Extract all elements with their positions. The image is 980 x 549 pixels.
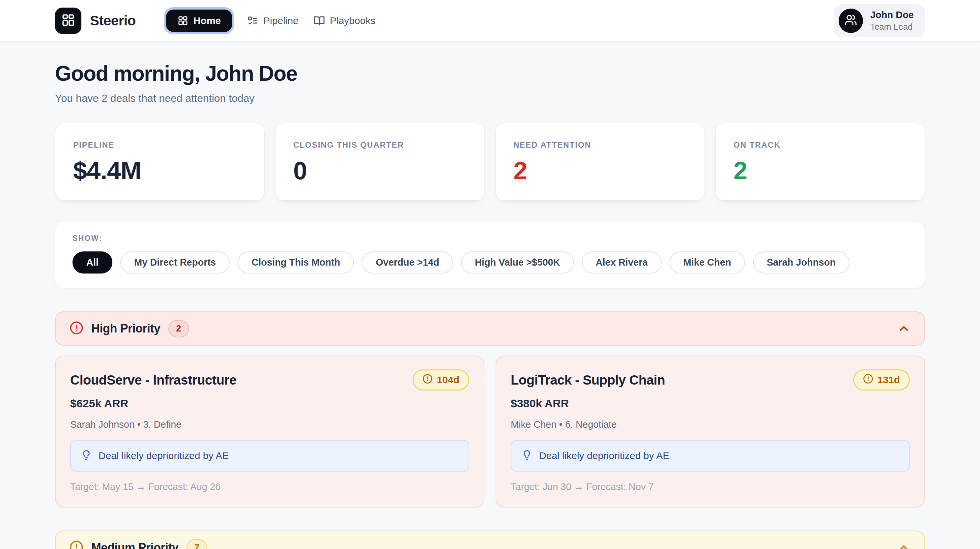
deal-insight: Deal likely deprioritized by AE bbox=[511, 440, 910, 471]
deal-insight: Deal likely deprioritized by AE bbox=[70, 440, 469, 471]
section-count-badge: 2 bbox=[169, 320, 189, 337]
filter-chip-alex-rivera[interactable]: Alex Rivera bbox=[582, 251, 662, 274]
deal-title: CloudServe - Infrastructure bbox=[70, 373, 236, 388]
nav-item-label: Pipeline bbox=[263, 15, 299, 26]
filter-chips: All My Direct Reports Closing This Month… bbox=[73, 251, 907, 274]
deal-age: 104d bbox=[437, 374, 459, 385]
stat-label: PIPELINE bbox=[73, 140, 247, 150]
dashboard-icon bbox=[177, 15, 188, 26]
nav-item-playbooks[interactable]: Playbooks bbox=[314, 15, 375, 26]
stat-label: CLOSING THIS QUARTER bbox=[293, 140, 467, 150]
stat-value: 0 bbox=[293, 158, 467, 183]
nav-item-home[interactable]: Home bbox=[166, 10, 232, 32]
deal-owner-stage: Mike Chen • 6. Negotiate bbox=[511, 419, 910, 430]
section-header-high-priority[interactable]: High Priority 2 bbox=[55, 312, 925, 346]
filter-chip-high-value[interactable]: High Value >$500K bbox=[461, 251, 574, 274]
deal-arr: $625k ARR bbox=[70, 397, 469, 410]
filter-chip-my-direct-reports[interactable]: My Direct Reports bbox=[120, 251, 230, 274]
alert-circle-icon bbox=[70, 540, 83, 549]
user-role: Team Lead bbox=[870, 21, 914, 32]
deal-age: 131d bbox=[878, 374, 900, 385]
users-icon bbox=[845, 14, 857, 28]
page-title: Good morning, John Doe bbox=[55, 61, 925, 86]
deal-age-badge: 131d bbox=[853, 369, 910, 390]
stat-value: $4.4M bbox=[73, 158, 247, 183]
stat-card-on-track: ON TRACK 2 bbox=[715, 123, 925, 201]
stat-card-pipeline: PIPELINE $4.4M bbox=[55, 123, 265, 201]
main-content: Good morning, John Doe You have 2 deals … bbox=[55, 61, 925, 549]
deal-timeline: Target: May 15 → Forecast: Aug 26 bbox=[70, 481, 469, 492]
filter-chip-overdue[interactable]: Overdue >14d bbox=[362, 251, 453, 274]
page-subtitle: You have 2 deals that need attention tod… bbox=[55, 92, 925, 105]
nav-item-label: Playbooks bbox=[330, 15, 375, 26]
deal-age-badge: 104d bbox=[412, 369, 469, 390]
filter-chip-sarah-johnson[interactable]: Sarah Johnson bbox=[753, 251, 850, 274]
stats-row: PIPELINE $4.4M CLOSING THIS QUARTER 0 NE… bbox=[55, 123, 925, 201]
dashboard-icon bbox=[61, 13, 75, 29]
deal-timeline: Target: Jun 30 → Forecast: Nov 7 bbox=[511, 481, 910, 492]
main-nav: Home Pipeline bbox=[166, 10, 375, 32]
deal-card-cloudserve[interactable]: CloudServe - Infrastructure 104d $625k A… bbox=[55, 356, 484, 508]
lightbulb-icon bbox=[81, 449, 92, 462]
alert-circle-icon bbox=[863, 374, 873, 386]
chevron-up-icon[interactable] bbox=[897, 322, 910, 335]
alert-circle-icon bbox=[422, 374, 433, 386]
stat-label: ON TRACK bbox=[733, 140, 907, 150]
insight-text: Deal likely deprioritized by AE bbox=[539, 450, 669, 461]
alert-circle-icon bbox=[70, 321, 83, 336]
deal-title: LogiTrack - Supply Chain bbox=[511, 373, 665, 388]
nav-item-pipeline[interactable]: Pipeline bbox=[247, 15, 299, 26]
checklist-icon bbox=[247, 15, 258, 26]
stat-label: NEED ATTENTION bbox=[513, 140, 687, 150]
filter-chip-mike-chen[interactable]: Mike Chen bbox=[670, 251, 745, 274]
chevron-up-icon[interactable] bbox=[897, 541, 910, 549]
filter-label: SHOW: bbox=[73, 234, 907, 243]
deal-card-logitrack[interactable]: LogiTrack - Supply Chain 131d $380k ARR … bbox=[496, 356, 925, 508]
nav-item-label: Home bbox=[193, 15, 221, 26]
deal-owner-stage: Sarah Johnson • 3. Define bbox=[70, 419, 469, 430]
book-open-icon bbox=[314, 15, 325, 26]
stat-card-need-attention: NEED ATTENTION 2 bbox=[495, 123, 705, 201]
filter-chip-closing-this-month[interactable]: Closing This Month bbox=[238, 251, 354, 274]
deal-arr: $380k ARR bbox=[511, 397, 910, 410]
filter-chip-all[interactable]: All bbox=[73, 251, 112, 274]
filter-bar: SHOW: All My Direct Reports Closing This… bbox=[55, 221, 925, 288]
brand-name: Steerio bbox=[90, 13, 136, 29]
stat-value: 2 bbox=[733, 158, 907, 183]
user-menu[interactable]: John Doe Team Lead bbox=[834, 4, 925, 37]
section-header-medium-priority[interactable]: Medium Priority 7 bbox=[55, 530, 925, 549]
section-title: High Priority bbox=[91, 321, 161, 336]
top-bar: Steerio Home bbox=[0, 0, 980, 41]
avatar bbox=[838, 9, 863, 33]
insight-text: Deal likely deprioritized by AE bbox=[99, 450, 229, 461]
section-title: Medium Priority bbox=[91, 541, 178, 549]
app-logo bbox=[55, 8, 81, 34]
high-priority-deals: CloudServe - Infrastructure 104d $625k A… bbox=[55, 356, 925, 508]
stat-value: 2 bbox=[513, 158, 687, 183]
lightbulb-icon bbox=[521, 449, 533, 462]
section-count-badge: 7 bbox=[186, 539, 207, 549]
user-name: John Doe bbox=[870, 9, 914, 21]
stat-card-closing-this-quarter: CLOSING THIS QUARTER 0 bbox=[275, 123, 485, 201]
